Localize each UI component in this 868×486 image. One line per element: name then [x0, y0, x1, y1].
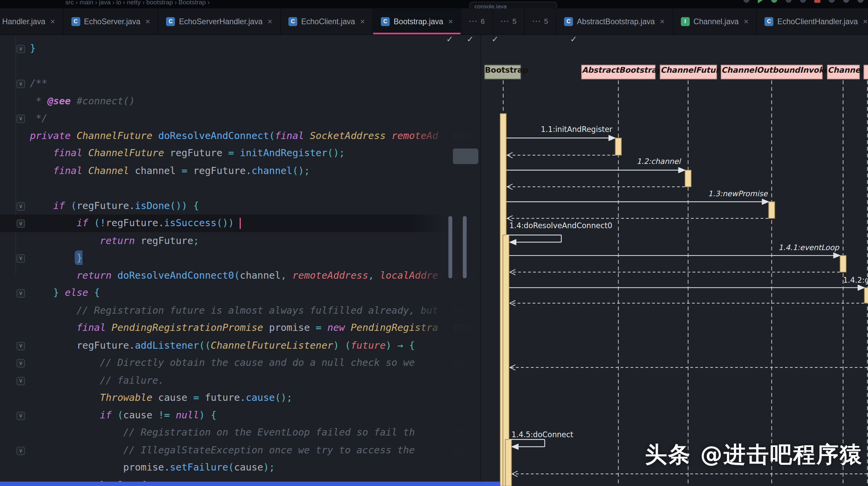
fold-icon[interactable]: ∨ [17, 411, 25, 420]
code-line[interactable]: final Channel channel = regFuture.channe… [0, 162, 480, 180]
fold-icon[interactable]: ∨ [17, 342, 25, 350]
tab-close-icon[interactable]: × [448, 17, 453, 26]
activation-edge[interactable] [864, 288, 868, 303]
code-line[interactable] [0, 57, 480, 75]
code-line[interactable]: ∨ // IllegalStateException once we try t… [0, 441, 480, 459]
code-line[interactable]: final ChannelFuture regFuture = initAndR… [0, 145, 480, 162]
build-icon[interactable] [743, 0, 749, 3]
status-strip [0, 482, 500, 486]
gutter: ∨ [0, 406, 28, 424]
tab-echoclient-java[interactable]: CEchoClient.java× [281, 8, 373, 34]
gutter [0, 389, 28, 406]
tab-label: EchoServer.java [84, 17, 141, 26]
tab-channel-java[interactable]: IChannel.java× [673, 8, 757, 34]
code-line[interactable]: Throwable cause = future.cause(); [0, 389, 480, 406]
tab-overflow-chip[interactable]: ···5 [493, 8, 525, 34]
code-area[interactable]: ∨}∨/** * @see #connect()∨ */private Chan… [0, 40, 480, 486]
fold-icon[interactable]: ∨ [17, 446, 25, 455]
code-line[interactable]: ∨ regFuture.addListener((ChannelFutureLi… [0, 337, 480, 354]
code-line[interactable]: ∨ // Directly obtain the cause and do a … [0, 354, 480, 372]
code-line[interactable]: // Registration on the EventLoop failed … [0, 424, 480, 441]
run-configuration-select[interactable]: console.java [469, 2, 557, 8]
fold-icon[interactable]: ∨ [17, 359, 25, 368]
activation-channeloutboundinvoker[interactable] [769, 202, 775, 218]
debug-icon[interactable] [771, 0, 777, 3]
gear-icon[interactable] [843, 0, 849, 3]
participant-abstractbootstrap[interactable]: AbstractBootstrap [581, 65, 655, 80]
code-line[interactable]: ∨ // failure. [0, 372, 480, 389]
fold-icon[interactable]: ∨ [17, 289, 25, 298]
breadcrumb[interactable]: src › main › java › io › netty › bootstr… [65, 0, 210, 5]
code-line[interactable]: ∨ } [0, 249, 480, 267]
tab-close-icon[interactable]: × [268, 17, 272, 26]
message-label: 1.4.1:eventLoop [778, 243, 839, 251]
code-line[interactable]: // Registration future is almost always … [0, 302, 480, 319]
sequence-diagram-panel[interactable]: Bootstrap AbstractBootstrap ChannelFutur… [480, 34, 868, 486]
tab-echoserver-java[interactable]: CEchoServer.java× [64, 8, 159, 34]
notifications-icon[interactable] [858, 0, 864, 3]
editor-scrollbar-knob[interactable] [453, 148, 478, 164]
gutter: ∨ [0, 284, 28, 302]
code-line[interactable]: ∨} [0, 40, 480, 58]
code-line[interactable]: ∨ if (cause != null) { [0, 406, 480, 424]
gutter: ∨ [0, 40, 28, 58]
code-line[interactable]: ∨ if (!regFuture.isSuccess()) [0, 215, 480, 232]
scrollbar-thumb[interactable] [448, 216, 453, 278]
coverage-icon[interactable] [786, 0, 792, 3]
message-label: 1.2:channel [637, 157, 681, 166]
tab-abstractbootstrap-java[interactable]: CAbstractBootstrap.java× [556, 8, 673, 34]
tab-label: Bootstrap.java [394, 17, 443, 26]
code-text: // IllegalStateException once we try to … [30, 441, 415, 459]
code-line[interactable]: ∨ if (regFuture.isDone()) { [0, 197, 480, 215]
fold-icon[interactable]: ∨ [17, 202, 25, 210]
tab-echoserverhandler-java[interactable]: CEchoServerHandler.java× [158, 8, 281, 34]
stop-icon[interactable] [814, 0, 820, 3]
activation-channelfuture[interactable] [685, 170, 691, 187]
code-line[interactable]: ∨/** [0, 75, 480, 92]
fold-icon[interactable]: ∨ [17, 80, 25, 88]
fold-icon[interactable]: ∨ [17, 220, 25, 228]
code-text: * @see #connect() [30, 92, 135, 110]
participant-partial[interactable] [864, 65, 868, 80]
scrollbar-thumb[interactable] [463, 216, 467, 278]
search-icon[interactable] [829, 0, 835, 3]
code-line[interactable]: ∨ } else { [0, 284, 480, 302]
code-line[interactable]: return regFuture; [0, 232, 480, 249]
code-line[interactable] [0, 180, 480, 197]
run-icon[interactable] [758, 0, 763, 3]
code-text: // Registration future is almost always … [30, 302, 438, 319]
tab-close-icon[interactable]: × [660, 17, 664, 26]
activation-abstractbootstrap[interactable] [615, 138, 621, 155]
class-file-icon: C [166, 17, 175, 26]
fold-icon[interactable]: ∨ [17, 115, 25, 123]
tab-overflow-chip[interactable]: ···5 [525, 8, 556, 34]
fold-icon[interactable]: ∨ [17, 254, 25, 263]
tab-echoclienthandler-java[interactable]: CEchoClientHandler.java× [757, 8, 868, 34]
fold-icon[interactable]: ∨ [17, 45, 25, 53]
code-line[interactable]: private ChannelFuture doResolveAndConnec… [0, 127, 480, 145]
tab-label: AbstractBootstrap.java [577, 17, 655, 26]
fold-icon[interactable]: ∨ [17, 377, 25, 385]
code-line[interactable]: ∨ */ [0, 110, 480, 127]
participant-channel[interactable]: Channel [827, 65, 860, 80]
tab-close-icon[interactable]: × [51, 17, 55, 26]
participant-channelfuture[interactable]: ChannelFuture [660, 65, 717, 80]
tab-close-icon[interactable]: × [744, 17, 748, 26]
participant-bootstrap[interactable]: Bootstrap [485, 65, 521, 80]
activation-bootstrap-nested2[interactable] [505, 439, 511, 486]
code-line[interactable]: * @see #connect() [0, 92, 480, 110]
code-editor[interactable]: ∨}∨/** * @see #connect()∨ */private Chan… [0, 34, 480, 486]
tab-close-icon[interactable]: × [863, 17, 868, 26]
tab-bootstrap-java[interactable]: CBootstrap.java× [373, 8, 461, 34]
participant-channeloutboundinvoker[interactable]: ChannelOutboundInvoker [721, 65, 823, 80]
code-line[interactable]: final PendingRegistrationPromise promise… [0, 319, 480, 337]
code-line[interactable]: promise.setFailure(cause); [0, 459, 480, 476]
tab-handler-java[interactable]: Handler.java× [0, 8, 64, 34]
tab-overflow-chip[interactable]: ···6 [461, 8, 493, 34]
tab-close-icon[interactable]: × [360, 17, 365, 26]
tab-close-icon[interactable]: × [145, 17, 150, 26]
profiler-icon[interactable] [800, 0, 806, 3]
code-line[interactable]: return doResolveAndConnect0(channel, rem… [0, 267, 480, 284]
activation-channel[interactable] [840, 255, 846, 272]
gutter [0, 459, 28, 476]
